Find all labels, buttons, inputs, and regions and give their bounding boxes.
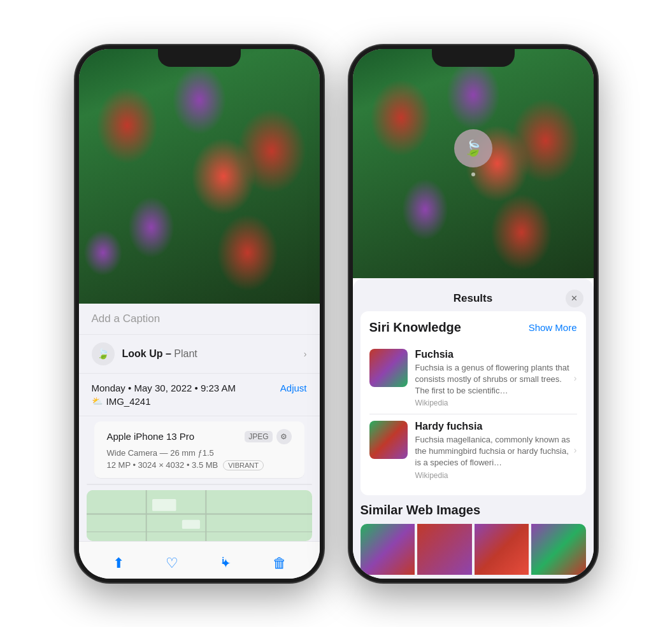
siri-bubble: 🍃 bbox=[454, 129, 492, 167]
similar-heading: Similar Web Images bbox=[361, 503, 586, 518]
caption-placeholder: Add a Caption bbox=[92, 313, 161, 325]
map-svg bbox=[87, 490, 312, 541]
left-phone: Add a Caption 🍃 Look Up – Plant › Monday… bbox=[75, 45, 324, 582]
camera-section: Apple iPhone 13 Pro JPEG ⚙ Wide Camera —… bbox=[94, 421, 304, 479]
fuchsia-chevron: › bbox=[574, 373, 577, 383]
caption-field[interactable]: Add a Caption bbox=[79, 304, 320, 335]
close-button[interactable]: ✕ bbox=[566, 290, 583, 307]
phone-notch bbox=[158, 45, 241, 67]
hardy-text: Hardy fuchsia Fuchsia magellanica, commo… bbox=[415, 421, 577, 480]
siri-dot bbox=[471, 173, 475, 176]
leaf-icon: 🍃 bbox=[97, 348, 110, 360]
cloud-icon: ⛅ bbox=[92, 396, 103, 406]
hardy-thumbnail bbox=[369, 421, 408, 459]
results-sheet: Results ✕ Siri Knowledge Show More Fuchs… bbox=[353, 278, 594, 579]
hardy-title: Hardy fuchsia bbox=[415, 421, 577, 432]
photo-info-section: Monday • May 30, 2022 • 9:23 AM Adjust ⛅… bbox=[79, 374, 320, 416]
show-more-button[interactable]: Show More bbox=[529, 322, 577, 333]
share-button[interactable]: ⬆ bbox=[104, 549, 132, 577]
siri-knowledge-heading: Siri Knowledge bbox=[369, 320, 461, 335]
camera-header: Apple iPhone 13 Pro JPEG ⚙ bbox=[107, 429, 292, 444]
trash-icon: 🗑 bbox=[273, 555, 287, 572]
exif-ev: 0 ev bbox=[177, 484, 222, 485]
hardy-desc: Fuchsia magellanica, commonly known as t… bbox=[415, 434, 577, 469]
camera-lens: Wide Camera — 26 mm ƒ1.5 bbox=[107, 448, 292, 458]
svg-rect-6 bbox=[182, 519, 199, 528]
close-icon: ✕ bbox=[571, 293, 578, 303]
lookup-chevron: › bbox=[304, 349, 307, 359]
info-button[interactable]: ✦ i bbox=[212, 549, 240, 577]
photo-area-right[interactable]: 🍃 bbox=[353, 49, 594, 278]
siri-leaf-icon: 🍃 bbox=[464, 139, 483, 157]
knowledge-item-hardy[interactable]: Hardy fuchsia Fuchsia magellanica, commo… bbox=[369, 414, 577, 486]
exif-shutter: 1/181 s bbox=[267, 484, 311, 485]
vibrant-badge: VIBRANT bbox=[223, 460, 264, 470]
fuchsia-thumbnail bbox=[369, 349, 408, 387]
photo-area-left[interactable] bbox=[79, 49, 320, 304]
phone-notch-right bbox=[432, 45, 515, 67]
lookup-text: Look Up – Plant bbox=[122, 348, 197, 360]
camera-specs: 12 MP • 3024 × 4032 • 3.5 MB VIBRANT bbox=[107, 460, 292, 470]
similar-img-4[interactable] bbox=[531, 524, 586, 575]
svg-rect-0 bbox=[87, 490, 312, 541]
knowledge-item-fuchsia[interactable]: Fuchsia Fuchsia is a genus of flowering … bbox=[369, 342, 577, 415]
exif-row: ISO 50 26 mm 0 ev ƒ1.5 1/181 s bbox=[87, 484, 312, 485]
exif-aperture: ƒ1.5 bbox=[222, 484, 267, 485]
date-row: Monday • May 30, 2022 • 9:23 AM Adjust bbox=[92, 383, 307, 393]
section-header: Siri Knowledge Show More bbox=[369, 320, 577, 335]
lookup-icon: 🍃 bbox=[92, 342, 115, 365]
fuchsia-source: Wikipedia bbox=[415, 398, 577, 407]
info-icon: ✦ i bbox=[220, 555, 231, 572]
camera-model: Apple iPhone 13 Pro bbox=[107, 431, 195, 442]
hardy-source: Wikipedia bbox=[415, 471, 577, 480]
map-area[interactable] bbox=[87, 490, 312, 541]
exif-focal: 26 mm bbox=[132, 484, 177, 485]
trash-button[interactable]: 🗑 bbox=[266, 549, 294, 577]
exif-iso: ISO 50 bbox=[87, 484, 132, 485]
left-phone-screen: Add a Caption 🍃 Look Up – Plant › Monday… bbox=[79, 49, 320, 579]
knowledge-section: Siri Knowledge Show More Fuchsia Fuchsia… bbox=[361, 311, 586, 495]
heart-icon: ♡ bbox=[166, 555, 178, 572]
svg-rect-5 bbox=[152, 499, 176, 511]
adjust-button[interactable]: Adjust bbox=[280, 383, 307, 393]
similar-img-2[interactable] bbox=[417, 524, 472, 575]
hardy-chevron: › bbox=[574, 445, 577, 455]
right-phone: 🍃 Results ✕ Siri Knowledge Show More bbox=[349, 45, 597, 582]
flower-photo-bg bbox=[79, 49, 320, 304]
similar-grid bbox=[361, 524, 586, 575]
right-phone-screen: 🍃 Results ✕ Siri Knowledge Show More bbox=[353, 49, 594, 579]
jpeg-badge: JPEG bbox=[245, 431, 272, 442]
similar-section: Similar Web Images bbox=[353, 503, 594, 579]
filename-row: ⛅ IMG_4241 bbox=[92, 396, 307, 407]
similar-img-1[interactable] bbox=[361, 524, 415, 575]
heart-button[interactable]: ♡ bbox=[158, 549, 186, 577]
left-toolbar: ⬆ ♡ ✦ i 🗑 bbox=[79, 541, 320, 579]
share-icon: ⬆ bbox=[113, 555, 124, 572]
results-title: Results bbox=[454, 292, 492, 305]
fuchsia-text: Fuchsia Fuchsia is a genus of flowering … bbox=[415, 349, 577, 408]
fuchsia-desc: Fuchsia is a genus of flowering plants t… bbox=[415, 362, 577, 397]
filename: IMG_4241 bbox=[106, 396, 151, 407]
similar-img-3[interactable] bbox=[475, 524, 529, 575]
gear-icon[interactable]: ⚙ bbox=[276, 429, 292, 444]
results-header: Results ✕ bbox=[353, 288, 594, 311]
fuchsia-title: Fuchsia bbox=[415, 349, 577, 360]
lookup-row[interactable]: 🍃 Look Up – Plant › bbox=[79, 335, 320, 374]
date-text: Monday • May 30, 2022 • 9:23 AM bbox=[92, 383, 236, 393]
